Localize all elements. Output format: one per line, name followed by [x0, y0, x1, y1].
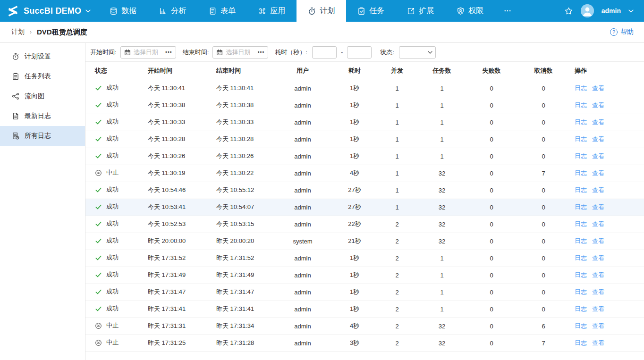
log-link[interactable]: 日志 [575, 254, 587, 261]
table-row[interactable]: 成功 今天 10:53:41 今天 10:54:07 admin 27秒 1 3… [85, 199, 644, 216]
topbar-right: admin [564, 0, 644, 22]
nav-more-button[interactable] [495, 0, 520, 22]
nav-item-permission[interactable]: 权限 [445, 0, 495, 22]
cell-user: admin [272, 318, 333, 335]
nav-item-schedule[interactable]: 计划 [297, 0, 346, 22]
view-link[interactable]: 查看 [592, 152, 604, 159]
start-date-more-button[interactable]: ••• [165, 50, 172, 55]
help-link[interactable]: ? 帮助 [610, 28, 634, 36]
col-user: 用户 [272, 62, 333, 80]
nav-item-data[interactable]: 数据 [98, 0, 148, 22]
status-label: 成功 [106, 253, 119, 262]
brand-menu[interactable]: SuccBI DEMO [0, 0, 98, 22]
cell-cancelled-count: 7 [517, 335, 569, 352]
table-row[interactable]: 成功 昨天 17:31:41 昨天 17:31:41 admin 1秒 2 1 … [85, 301, 644, 318]
view-link[interactable]: 查看 [592, 339, 604, 346]
sidebar-item-task-list[interactable]: 任务列表 [0, 67, 85, 86]
cell-concurrency: 1 [376, 97, 418, 114]
table-row[interactable]: 成功 今天 11:30:28 今天 11:30:28 admin 1秒 1 1 … [85, 131, 644, 148]
nav-item-form[interactable]: 表单 [197, 0, 247, 22]
log-link[interactable]: 日志 [575, 101, 587, 109]
log-link[interactable]: 日志 [575, 288, 587, 295]
table-row[interactable]: 成功 昨天 17:31:49 昨天 17:31:49 admin 1秒 2 1 … [85, 267, 644, 284]
view-link[interactable]: 查看 [592, 220, 604, 227]
sidebar-item-flow-diagram[interactable]: 流向图 [0, 86, 85, 106]
table-row[interactable]: 成功 昨天 17:31:52 昨天 17:31:52 admin 1秒 2 1 … [85, 250, 644, 267]
nav-item-tasks[interactable]: 任务 [346, 0, 396, 22]
user-chevron-down-icon[interactable] [628, 9, 634, 13]
view-link[interactable]: 查看 [592, 254, 604, 261]
table-row[interactable]: 中止 昨天 17:31:25 昨天 17:31:28 admin 3秒 2 32… [85, 335, 644, 352]
log-link[interactable]: 日志 [575, 135, 587, 142]
log-link[interactable]: 日志 [575, 118, 587, 126]
view-link[interactable]: 查看 [592, 271, 604, 278]
view-link[interactable]: 查看 [592, 237, 604, 244]
view-link[interactable]: 查看 [592, 169, 604, 176]
view-link[interactable]: 查看 [592, 203, 604, 210]
duration-max-input[interactable] [347, 46, 372, 59]
cell-duration: 1秒 [333, 267, 376, 284]
sidebar-item-latest-logs[interactable]: 最新日志 [0, 106, 85, 126]
nav-item-analysis[interactable]: 分析 [148, 0, 197, 22]
view-link[interactable]: 查看 [592, 186, 604, 193]
view-link[interactable]: 查看 [592, 135, 604, 142]
sidebar-item-all-logs[interactable]: 所有日志 [0, 126, 85, 146]
end-date-input[interactable] [226, 49, 254, 56]
table-row[interactable]: 成功 今天 10:52:53 今天 10:53:15 admin 22秒 2 3… [85, 216, 644, 233]
table-row[interactable]: 成功 今天 11:30:26 今天 11:30:26 admin 1秒 1 1 … [85, 148, 644, 165]
log-link[interactable]: 日志 [575, 271, 587, 278]
favorite-star-icon[interactable] [564, 7, 573, 16]
start-date-field[interactable]: ••• [120, 46, 176, 59]
cell-task-count: 1 [418, 97, 466, 114]
nav-item-extension[interactable]: 扩展 [396, 0, 445, 22]
start-date-input[interactable] [134, 49, 162, 56]
filter-bar: 开始时间: ••• 结束时间: ••• 耗时（秒）: - 状态: [85, 43, 644, 62]
end-date-field[interactable]: ••• [212, 46, 268, 59]
log-link[interactable]: 日志 [575, 169, 587, 176]
cell-user: admin [272, 165, 333, 182]
view-link[interactable]: 查看 [592, 305, 604, 312]
cell-concurrency: 1 [376, 199, 418, 216]
log-link[interactable]: 日志 [575, 186, 587, 193]
table-row[interactable]: 成功 今天 11:30:41 今天 11:30:41 admin 1秒 1 1 … [85, 80, 644, 97]
table-row[interactable]: 中止 昨天 17:31:31 昨天 17:31:34 admin 4秒 2 32… [85, 318, 644, 335]
cell-task-count: 1 [418, 250, 466, 267]
log-link[interactable]: 日志 [575, 339, 587, 346]
cell-cancelled-count: 0 [517, 199, 569, 216]
status-label: 成功 [106, 100, 119, 109]
cell-start-time: 今天 11:30:33 [137, 114, 206, 131]
log-link[interactable]: 日志 [575, 203, 587, 210]
clipboard-list-icon [12, 73, 19, 80]
duration-min-input[interactable] [312, 46, 337, 59]
user-avatar[interactable] [581, 4, 594, 17]
log-link[interactable]: 日志 [575, 237, 587, 244]
end-date-more-button[interactable]: ••• [258, 50, 265, 55]
cell-cancelled-count: 0 [517, 114, 569, 131]
table-row[interactable]: 成功 今天 11:30:33 今天 11:30:33 admin 1秒 1 1 … [85, 114, 644, 131]
user-name[interactable]: admin [602, 7, 621, 15]
log-link[interactable]: 日志 [575, 305, 587, 312]
view-link[interactable]: 查看 [592, 118, 604, 126]
log-link[interactable]: 日志 [575, 84, 587, 92]
cell-duration: 1秒 [333, 97, 376, 114]
view-link[interactable]: 查看 [592, 84, 604, 92]
table-row[interactable]: 成功 昨天 17:31:47 昨天 17:31:47 admin 1秒 2 1 … [85, 284, 644, 301]
view-link[interactable]: 查看 [592, 101, 604, 109]
status-label: 成功 [106, 287, 119, 296]
nav-item-apps[interactable]: 应用 [247, 0, 297, 22]
breadcrumb-root[interactable]: 计划 [11, 28, 25, 36]
status-label: 中止 [106, 338, 119, 347]
table-row[interactable]: 成功 今天 11:30:38 今天 11:30:38 admin 1秒 1 1 … [85, 97, 644, 114]
log-link[interactable]: 日志 [575, 220, 587, 227]
table-row[interactable]: 中止 今天 11:30:19 今天 11:30:22 admin 4秒 1 32… [85, 165, 644, 182]
log-link[interactable]: 日志 [575, 152, 587, 159]
abort-circle-x-icon [95, 169, 102, 176]
cell-failed-count: 0 [466, 318, 517, 335]
sidebar-item-plan-settings[interactable]: 计划设置 [0, 47, 85, 67]
view-link[interactable]: 查看 [592, 288, 604, 295]
log-link[interactable]: 日志 [575, 322, 587, 329]
view-link[interactable]: 查看 [592, 322, 604, 329]
status-select[interactable] [399, 46, 436, 59]
table-row[interactable]: 成功 昨天 20:00:00 昨天 20:00:20 system 21秒 2 … [85, 233, 644, 250]
table-row[interactable]: 成功 今天 10:54:46 今天 10:55:12 admin 27秒 1 3… [85, 182, 644, 199]
